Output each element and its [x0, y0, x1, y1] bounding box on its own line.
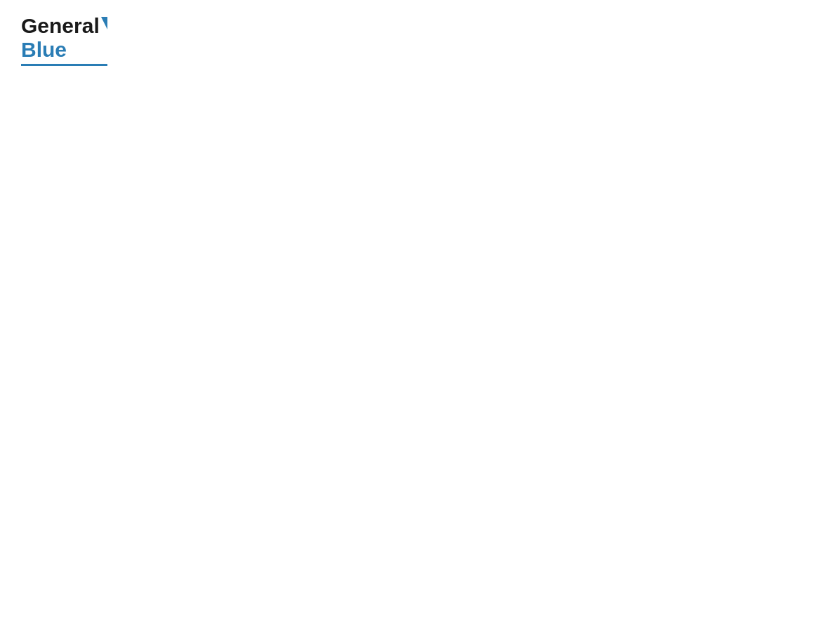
logo-general-text: General — [21, 14, 100, 38]
logo: General Blue — [21, 14, 107, 66]
logo-blue-text: Blue — [21, 38, 67, 62]
header: General Blue — [21, 14, 813, 66]
logo-underline — [21, 64, 107, 66]
logo-triangle-icon — [101, 17, 107, 29]
